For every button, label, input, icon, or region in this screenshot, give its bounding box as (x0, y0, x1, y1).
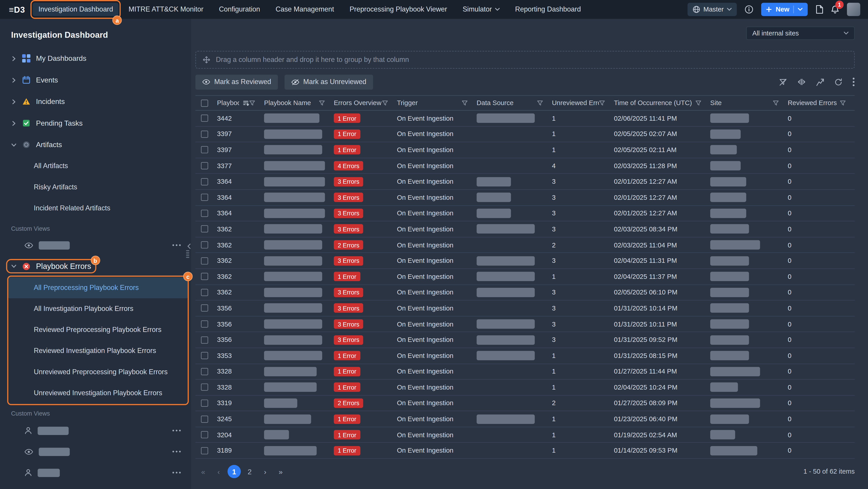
table-row[interactable]: 33623 ErrorsOn Event Ingestion302/05/202… (195, 285, 855, 300)
column-header-trigger[interactable]: Trigger (397, 96, 477, 110)
table-row[interactable]: 31891 ErrorOn Event Ingestion101/14/2025… (195, 443, 855, 459)
table-row[interactable]: 33643 ErrorsOn Event Ingestion302/01/202… (195, 190, 855, 206)
sidebar-item-all-investigation-playbook-errors[interactable]: All Investigation Playbook Errors (8, 298, 188, 319)
sidebar-item-incident-related-artifacts[interactable]: Incident Related Artifacts (0, 197, 191, 219)
first-page-button[interactable]: « (196, 465, 210, 478)
row-checkbox[interactable] (201, 273, 208, 280)
column-header-unreviewed-errors[interactable]: Unreviewed Errors (552, 96, 614, 110)
table-row[interactable]: 34421 ErrorOn Event Ingestion102/06/2025… (195, 111, 855, 127)
row-checkbox[interactable] (201, 226, 208, 233)
row-checkbox[interactable] (201, 384, 208, 391)
row-checkbox[interactable] (201, 415, 208, 423)
filter-funnel-icon[interactable] (249, 100, 255, 106)
row-checkbox[interactable] (201, 399, 208, 407)
nav-item-preprocessing-playbook-viewer[interactable]: Preprocessing Playbook Viewer (344, 3, 453, 16)
custom-view-item[interactable] (0, 441, 191, 462)
row-checkbox[interactable] (201, 352, 208, 359)
nav-item-mitre-attack-monitor[interactable]: MITRE ATT&CK Monitor (123, 3, 209, 16)
mark-as-reviewed-button[interactable]: Mark as Reviewed (195, 74, 278, 89)
user-avatar[interactable] (847, 3, 860, 16)
table-row[interactable]: 32451 ErrorOn Event Ingestion101/23/2025… (195, 411, 855, 427)
more-options-icon[interactable] (172, 471, 181, 474)
column-header-time-of-occurrence-utc[interactable]: Time of Occurrence (UTC) (614, 96, 710, 110)
column-header-errors-overview[interactable]: Errors Overview (334, 96, 397, 110)
sidebar-item-unreviewed-investigation-playbook-errors[interactable]: Unreviewed Investigation Playbook Errors (8, 382, 188, 403)
table-row[interactable]: 33623 ErrorsOn Event Ingestion302/04/202… (195, 253, 855, 269)
table-row[interactable]: 33971 ErrorOn Event Ingestion102/05/2025… (195, 127, 855, 142)
chart-view-icon[interactable] (816, 78, 825, 86)
row-checkbox[interactable] (201, 194, 208, 201)
column-header-reviewed-errors[interactable]: Reviewed Errors (788, 96, 855, 110)
row-checkbox[interactable] (201, 320, 208, 328)
table-row[interactable]: 33643 ErrorsOn Event Ingestion302/01/202… (195, 206, 855, 222)
row-checkbox[interactable] (201, 131, 208, 138)
page-button-2[interactable]: 2 (243, 465, 256, 478)
column-resize-icon[interactable] (797, 78, 806, 86)
more-options-icon[interactable] (172, 450, 181, 453)
row-checkbox[interactable] (201, 368, 208, 375)
sidebar-item-my-dashboards[interactable]: My Dashboards (0, 48, 191, 69)
group-by-dropzone[interactable]: Drag a column header and drop it here to… (195, 51, 855, 68)
nav-item-investigation-dashboard[interactable]: Investigation Dashboard a (33, 3, 119, 16)
document-icon[interactable] (815, 5, 823, 14)
row-checkbox[interactable] (201, 257, 208, 264)
nav-item-reporting-dashboard[interactable]: Reporting Dashboard (509, 3, 586, 16)
site-filter-dropdown[interactable]: All internal sites (746, 27, 855, 40)
table-row[interactable]: 33621 ErrorOn Event Ingestion102/04/2025… (195, 269, 855, 285)
custom-view-item[interactable] (0, 235, 191, 255)
column-header-playbook-name[interactable]: Playbook Name (264, 96, 334, 110)
sidebar-item-unreviewed-preprocessing-playbook-errors[interactable]: Unreviewed Preprocessing Playbook Errors (8, 361, 188, 382)
row-checkbox[interactable] (201, 178, 208, 185)
nav-item-case-management[interactable]: Case Management (270, 3, 340, 16)
next-page-button[interactable]: › (258, 465, 272, 478)
filter-funnel-icon[interactable] (695, 100, 702, 106)
table-row[interactable]: 33563 ErrorsOn Event Ingestion301/31/202… (195, 300, 855, 316)
filter-funnel-icon[interactable] (773, 100, 779, 106)
filter-funnel-icon[interactable] (462, 100, 468, 106)
table-row[interactable]: 33622 ErrorsOn Event Ingestion202/03/202… (195, 237, 855, 253)
sidebar-item-incidents[interactable]: Incidents (0, 91, 191, 112)
sidebar-item-risky-artifacts[interactable]: Risky Artifacts (0, 176, 191, 197)
filter-funnel-icon[interactable] (599, 100, 605, 106)
filter-funnel-icon[interactable] (319, 100, 325, 106)
custom-view-item[interactable] (0, 462, 191, 483)
table-row[interactable]: 33192 ErrorsOn Event Ingestion201/27/202… (195, 395, 855, 411)
table-row[interactable]: 33281 ErrorOn Event Ingestion102/04/2025… (195, 380, 855, 395)
info-icon[interactable] (745, 5, 754, 14)
row-checkbox[interactable] (201, 162, 208, 169)
kebab-menu-icon[interactable] (852, 77, 855, 86)
sidebar-item-reviewed-preprocessing-playbook-errors[interactable]: Reviewed Preprocessing Playbook Errors (8, 319, 188, 340)
more-options-icon[interactable] (172, 429, 181, 432)
column-header-site[interactable]: Site (710, 96, 788, 110)
filter-funnel-icon[interactable] (840, 100, 846, 106)
sort-icon[interactable] (243, 100, 249, 106)
page-button-1[interactable]: 1 (228, 465, 241, 478)
mark-as-unreviewed-button[interactable]: Mark as Unreviewed (284, 74, 373, 89)
sidebar-item-all-artifacts[interactable]: All Artifacts (0, 156, 191, 176)
prev-page-button[interactable]: ‹ (212, 465, 225, 478)
table-row[interactable]: 33774 ErrorsOn Event Ingestion402/03/202… (195, 158, 855, 174)
row-checkbox[interactable] (201, 146, 208, 154)
row-checkbox[interactable] (201, 304, 208, 312)
table-row[interactable]: 33643 ErrorsOn Event Ingestion302/01/202… (195, 174, 855, 190)
notifications-bell-icon[interactable]: 1 (831, 5, 839, 14)
row-checkbox[interactable] (201, 447, 208, 454)
last-page-button[interactable]: » (274, 465, 287, 478)
custom-view-item[interactable] (0, 420, 191, 441)
row-checkbox[interactable] (201, 336, 208, 344)
row-checkbox[interactable] (201, 431, 208, 438)
row-checkbox[interactable] (201, 210, 208, 217)
sidebar-item-reviewed-investigation-playbook-errors[interactable]: Reviewed Investigation Playbook Errors (8, 340, 188, 361)
table-row[interactable]: 33563 ErrorsOn Event Ingestion301/31/202… (195, 332, 855, 348)
row-checkbox[interactable] (201, 241, 208, 249)
table-row[interactable]: 33281 ErrorOn Event Ingestion101/27/2025… (195, 364, 855, 380)
master-site-dropdown[interactable]: Master (687, 3, 737, 16)
table-row[interactable]: 32041 ErrorOn Event Ingestion101/19/2025… (195, 427, 855, 443)
new-button[interactable]: New (761, 3, 808, 16)
row-checkbox[interactable] (201, 289, 208, 296)
select-all-checkbox[interactable] (201, 99, 208, 107)
filter-funnel-icon[interactable] (537, 100, 543, 106)
table-row[interactable]: 33531 ErrorOn Event Ingestion101/31/2025… (195, 348, 855, 364)
nav-item-configuration[interactable]: Configuration (213, 3, 266, 16)
sidebar-item-artifacts[interactable]: Artifacts (0, 134, 191, 156)
